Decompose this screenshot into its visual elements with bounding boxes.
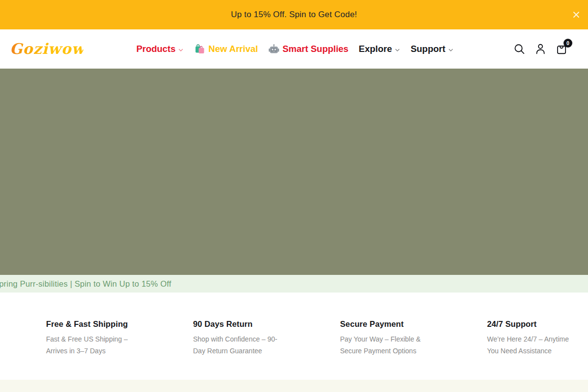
feature-payment: Secure Payment Pay Your Way – Flexible &… bbox=[340, 319, 487, 357]
chevron-down-icon bbox=[448, 47, 454, 53]
nav-item-explore[interactable]: Explore bbox=[359, 44, 400, 54]
nav-item-products[interactable]: Products bbox=[136, 44, 184, 54]
main-nav: Products New Arrival bbox=[83, 43, 507, 55]
feature-returns: 90 Days Return Shop with Confidence – 90… bbox=[193, 319, 340, 357]
features-grid: Free & Fast Shipping Fast & Free US Ship… bbox=[46, 319, 588, 357]
feature-title: Free & Fast Shipping bbox=[46, 319, 193, 329]
feature-description: Pay Your Way – Flexible & Secure Payment… bbox=[340, 333, 431, 357]
cart-bag-icon[interactable]: 0 bbox=[555, 42, 568, 56]
feature-description: We’re Here 24/7 – Anytime You Need Assis… bbox=[487, 333, 578, 357]
chevron-down-icon bbox=[394, 47, 400, 53]
footer-strip bbox=[0, 380, 588, 392]
robot-icon bbox=[268, 43, 280, 55]
announcement-bar: Up to 15% Off. Spin to Get Code! bbox=[0, 0, 588, 29]
nav-new-arrival-label: New Arrival bbox=[208, 44, 258, 54]
nav-support-label: Support bbox=[411, 44, 445, 54]
nav-products-label: Products bbox=[136, 44, 175, 54]
shopping-bags-icon bbox=[194, 43, 206, 55]
nav-smart-supplies-label: Smart Supplies bbox=[282, 44, 348, 54]
feature-shipping: Free & Fast Shipping Fast & Free US Ship… bbox=[46, 319, 193, 357]
nav-item-support[interactable]: Support bbox=[411, 44, 454, 54]
feature-support: 24/7 Support We’re Here 24/7 – Anytime Y… bbox=[487, 319, 588, 357]
feature-title: 90 Days Return bbox=[193, 319, 340, 329]
feature-title: Secure Payment bbox=[340, 319, 487, 329]
site-header: Goziwow Products New Arrival bbox=[0, 29, 588, 69]
nav-explore-label: Explore bbox=[359, 44, 392, 54]
promo-marquee: Spring Purr-sibilities | Spin to Win Up … bbox=[0, 275, 588, 293]
feature-description: Fast & Free US Shipping – Arrives in 3–7… bbox=[46, 333, 137, 357]
features-section: Free & Fast Shipping Fast & Free US Ship… bbox=[0, 293, 588, 380]
nav-item-new-arrival[interactable]: New Arrival bbox=[194, 43, 258, 55]
hero-banner[interactable] bbox=[0, 69, 588, 275]
chevron-down-icon bbox=[178, 47, 184, 53]
cart-count-badge: 0 bbox=[564, 39, 572, 48]
feature-description: Shop with Confidence – 90-Day Return Gua… bbox=[193, 333, 284, 357]
close-icon[interactable] bbox=[571, 9, 582, 20]
promo-marquee-text: Spring Purr-sibilities | Spin to Win Up … bbox=[0, 279, 171, 289]
search-icon[interactable] bbox=[513, 42, 526, 56]
feature-title: 24/7 Support bbox=[487, 319, 588, 329]
announcement-text: Up to 15% Off. Spin to Get Code! bbox=[231, 10, 357, 20]
nav-item-smart-supplies[interactable]: Smart Supplies bbox=[268, 43, 348, 55]
close-x-icon bbox=[572, 10, 581, 19]
header-actions: 0 bbox=[513, 42, 568, 56]
site-logo[interactable]: Goziwow bbox=[10, 42, 83, 56]
account-icon[interactable] bbox=[534, 42, 547, 56]
